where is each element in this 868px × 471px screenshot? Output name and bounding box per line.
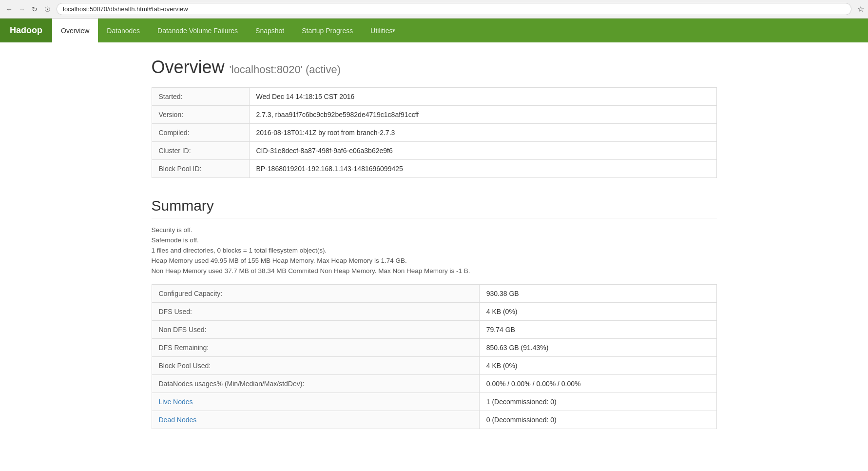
summary-text-item: Security is off. xyxy=(152,226,717,234)
back-button[interactable]: ← xyxy=(4,4,15,15)
row-label: Compiled: xyxy=(152,124,249,142)
table-row: Non DFS Used:79.74 GB xyxy=(152,321,716,339)
forward-button[interactable]: → xyxy=(17,4,27,15)
summary-text-item: 1 files and directories, 0 blocks = 1 to… xyxy=(152,247,717,254)
table-row: Live Nodes1 (Decommissioned: 0) xyxy=(152,393,716,411)
row-label: Version: xyxy=(152,106,249,124)
nav-item-overview[interactable]: Overview xyxy=(52,19,98,42)
table-row: Block Pool Used:4 KB (0%) xyxy=(152,357,716,375)
row-value: 2016-08-18T01:41Z by root from branch-2.… xyxy=(249,124,716,142)
row-link[interactable]: Dead Nodes xyxy=(159,416,197,424)
overview-title: Overview 'localhost:8020' (active) xyxy=(152,57,717,78)
row-value: CID-31e8decf-8a87-498f-9af6-e06a3b62e9f6 xyxy=(249,142,716,160)
navbar-brand: Hadoop xyxy=(0,19,52,42)
table-row: Dead Nodes0 (Decommissioned: 0) xyxy=(152,411,716,429)
table-row: Configured Capacity:930.38 GB xyxy=(152,285,716,303)
table-row: DataNodes usages% (Min/Median/Max/stdDev… xyxy=(152,375,716,393)
row-label: Cluster ID: xyxy=(152,142,249,160)
nav-item-startup-progress[interactable]: Startup Progress xyxy=(293,19,362,42)
reload-button[interactable]: ↻ xyxy=(29,4,40,15)
row-label: Block Pool ID: xyxy=(152,160,249,178)
row-label: DFS Used: xyxy=(152,303,479,321)
row-value: 4 KB (0%) xyxy=(479,303,716,321)
row-label: DataNodes usages% (Min/Median/Max/stdDev… xyxy=(152,375,479,393)
row-value: 79.74 GB xyxy=(479,321,716,339)
row-value: 2.7.3, rbaa91f7c6bc9cb92be5982de4719c1c8… xyxy=(249,106,716,124)
row-link[interactable]: Live Nodes xyxy=(159,398,193,406)
navbar-items: Overview Datanodes Datanode Volume Failu… xyxy=(52,19,404,42)
row-label: DFS Remaining: xyxy=(152,339,479,357)
row-value: Wed Dec 14 14:18:15 CST 2016 xyxy=(249,88,716,106)
row-value: 4 KB (0%) xyxy=(479,357,716,375)
row-value: 0.00% / 0.00% / 0.00% / 0.00% xyxy=(479,375,716,393)
row-label: Started: xyxy=(152,88,249,106)
table-row: Cluster ID:CID-31e8decf-8a87-498f-9af6-e… xyxy=(152,142,716,160)
table-row: Version:2.7.3, rbaa91f7c6bc9cb92be5982de… xyxy=(152,106,716,124)
row-value: 1 (Decommissioned: 0) xyxy=(479,393,716,411)
overview-info-table: Started:Wed Dec 14 14:18:15 CST 2016Vers… xyxy=(152,87,717,178)
browser-chrome: ← → ↻ ☉ ☆ xyxy=(0,0,868,19)
nav-item-datanode-volume-failures[interactable]: Datanode Volume Failures xyxy=(149,19,247,42)
row-value: 0 (Decommissioned: 0) xyxy=(479,411,716,429)
nav-item-utilities[interactable]: Utilities xyxy=(362,19,404,42)
summary-text-item: Safemode is off. xyxy=(152,236,717,244)
nav-item-snapshot[interactable]: Snapshot xyxy=(247,19,293,42)
row-value: 850.63 GB (91.43%) xyxy=(479,339,716,357)
summary-table: Configured Capacity:930.38 GBDFS Used:4 … xyxy=(152,284,717,429)
nav-buttons: ← → ↻ ☉ xyxy=(4,4,53,15)
row-label: Dead Nodes xyxy=(152,411,479,429)
row-label: Live Nodes xyxy=(152,393,479,411)
address-bar[interactable] xyxy=(57,3,851,15)
summary-text-item: Heap Memory used 49.95 MB of 155 MB Heap… xyxy=(152,257,717,264)
table-row: Compiled:2016-08-18T01:41Z by root from … xyxy=(152,124,716,142)
bookmark-star-icon[interactable]: ☆ xyxy=(857,4,864,14)
navbar: Hadoop Overview Datanodes Datanode Volum… xyxy=(0,19,868,42)
summary-text-item: Non Heap Memory used 37.7 MB of 38.34 MB… xyxy=(152,267,717,275)
row-label: Non DFS Used: xyxy=(152,321,479,339)
row-label: Configured Capacity: xyxy=(152,285,479,303)
table-row: DFS Used:4 KB (0%) xyxy=(152,303,716,321)
table-row: Started:Wed Dec 14 14:18:15 CST 2016 xyxy=(152,88,716,106)
nav-item-datanodes[interactable]: Datanodes xyxy=(98,19,149,42)
summary-texts: Security is off.Safemode is off.1 files … xyxy=(152,226,717,275)
home-button[interactable]: ☉ xyxy=(42,4,53,15)
overview-subtitle: 'localhost:8020' (active) xyxy=(230,63,341,76)
table-row: DFS Remaining:850.63 GB (91.43%) xyxy=(152,339,716,357)
summary-title: Summary xyxy=(152,197,717,218)
main-content: Overview 'localhost:8020' (active) Start… xyxy=(132,42,736,444)
row-value: BP-1868019201-192.168.1.143-148169609942… xyxy=(249,160,716,178)
row-label: Block Pool Used: xyxy=(152,357,479,375)
row-value: 930.38 GB xyxy=(479,285,716,303)
table-row: Block Pool ID:BP-1868019201-192.168.1.14… xyxy=(152,160,716,178)
